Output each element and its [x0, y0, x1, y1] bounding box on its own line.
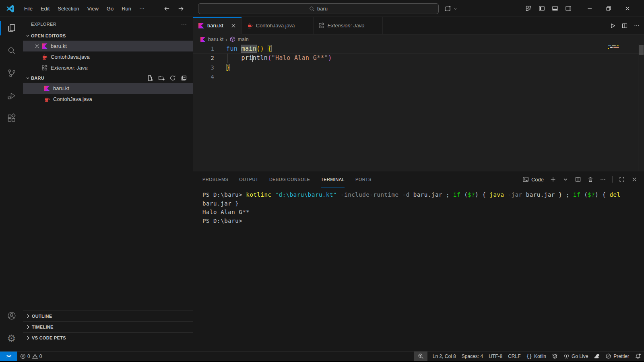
- activitybar-run-debug[interactable]: [0, 84, 23, 107]
- activitybar-explorer[interactable]: [0, 17, 23, 39]
- explorer-item-contohjava.java[interactable]: ContohJava.java: [23, 51, 193, 62]
- activitybar-accounts[interactable]: [0, 304, 23, 327]
- menu-item-go[interactable]: Go: [103, 4, 118, 13]
- panel-tab-terminal[interactable]: TERMINAL: [321, 171, 345, 187]
- split-editor-icon[interactable]: [621, 23, 628, 29]
- status-label: Ln 2, Col 8: [433, 354, 456, 359]
- activitybar-search[interactable]: [0, 39, 23, 62]
- menu-item-file[interactable]: File: [20, 4, 37, 13]
- sidebar-explorer: EXPLORER OPEN EDITORS baru.ktContohJava.…: [23, 17, 193, 351]
- customize-layout-icon[interactable]: [525, 5, 532, 12]
- close-icon[interactable]: [33, 43, 41, 49]
- status-notifications[interactable]: [632, 352, 644, 361]
- breadcrumb-label: main: [238, 37, 249, 42]
- split-terminal-icon[interactable]: [575, 176, 581, 183]
- activitybar-source-control[interactable]: [0, 62, 23, 84]
- launch-profile-chevron-icon[interactable]: [562, 176, 569, 183]
- section-timeline[interactable]: TIMELINE: [23, 321, 193, 332]
- status-zoom-indicator[interactable]: [414, 352, 427, 361]
- window-minimize-button[interactable]: [580, 0, 599, 17]
- toggle-primary-sidebar-icon[interactable]: [539, 5, 545, 12]
- nav-back-icon[interactable]: [163, 5, 171, 12]
- breadcrumb[interactable]: baru.kt›main: [193, 35, 644, 44]
- toggle-secondary-sidebar-icon[interactable]: [565, 5, 572, 12]
- new-file-icon[interactable]: [147, 75, 153, 81]
- run-icon[interactable]: [609, 23, 616, 29]
- window-restore-button[interactable]: [599, 0, 618, 17]
- status-label: Go Live: [572, 354, 588, 359]
- new-folder-icon[interactable]: [158, 75, 165, 81]
- tab-baru.kt[interactable]: baru.kt: [193, 17, 242, 35]
- error-count: 0: [27, 354, 30, 359]
- code-line-2[interactable]: 2 println("Halo Alan G**"): [193, 53, 644, 63]
- breadcrumb-baru.kt[interactable]: baru.kt: [200, 36, 223, 43]
- menu-item-view[interactable]: View: [83, 4, 103, 13]
- kill-terminal-icon[interactable]: [587, 176, 594, 183]
- tab-extension-java[interactable]: Extension: Java: [314, 17, 383, 34]
- breadcrumb-label: baru.kt: [208, 37, 223, 42]
- toggle-panel-icon[interactable]: [552, 5, 558, 12]
- section-outline[interactable]: OUTLINE: [23, 311, 193, 321]
- more-icon[interactable]: [634, 23, 640, 29]
- status-go-live[interactable]: Go Live: [561, 352, 591, 361]
- status-prettier[interactable]: Prettier: [603, 352, 632, 361]
- menu-item-selection[interactable]: Selection: [54, 4, 83, 13]
- activitybar-extensions[interactable]: [0, 107, 23, 130]
- symbol-method-icon: [229, 36, 236, 43]
- status-eol[interactable]: CRLF: [505, 352, 523, 361]
- breadcrumb-main[interactable]: main: [229, 36, 249, 43]
- status-vscode-pets[interactable]: [549, 352, 561, 361]
- code-editor[interactable]: 1fun main() {2 println("Halo Alan G**")3…: [193, 44, 644, 171]
- code-line-3[interactable]: 3}: [193, 63, 644, 72]
- menu-item-edit[interactable]: Edit: [37, 4, 54, 13]
- line-number: 2: [193, 53, 214, 63]
- vscode-window: FileEditSelectionViewGoRun⋯ baru: [0, 0, 644, 361]
- code-line-4[interactable]: 4: [193, 72, 644, 82]
- status-cursor-position[interactable]: Ln 2, Col 8: [430, 352, 459, 361]
- panel-tab-ports[interactable]: PORTS: [355, 171, 372, 187]
- status-encoding[interactable]: UTF-8: [486, 352, 505, 361]
- broadcast-icon: [564, 353, 570, 359]
- nav-forward-icon[interactable]: [177, 5, 185, 12]
- menu-item-[interactable]: ⋯: [135, 4, 149, 13]
- activitybar-settings[interactable]: ⚙: [0, 327, 23, 350]
- status-pet-squirrel[interactable]: [591, 352, 603, 361]
- maximize-panel-icon[interactable]: [619, 176, 625, 183]
- more-icon[interactable]: [600, 176, 606, 183]
- remote-indicator[interactable]: ><: [0, 352, 17, 361]
- panel-tab-debug-console[interactable]: DEBUG CONSOLE: [269, 171, 310, 187]
- refresh-icon[interactable]: [169, 75, 176, 81]
- chevron-down-icon: [453, 6, 458, 11]
- minimap[interactable]: [606, 44, 638, 171]
- window-close-button[interactable]: [618, 0, 637, 17]
- sidebar-title: EXPLORER: [31, 22, 56, 27]
- section-folder-baru[interactable]: BARU: [23, 73, 193, 83]
- section-vs-code-pets[interactable]: VS CODE PETS: [23, 332, 193, 343]
- terminal-line: PS D:\baru>: [202, 217, 636, 226]
- status-indentation[interactable]: Spaces: 4: [459, 352, 486, 361]
- panel-tab-problems[interactable]: PROBLEMS: [202, 171, 228, 187]
- status-language-kotlin[interactable]: {}Kotlin: [523, 352, 549, 361]
- new-terminal-icon[interactable]: [550, 176, 556, 183]
- section-open-editors[interactable]: OPEN EDITORS: [23, 31, 193, 41]
- code-line-1[interactable]: 1fun main() {: [193, 44, 644, 53]
- command-center-search[interactable]: baru: [198, 3, 439, 14]
- collapse-all-icon[interactable]: [181, 75, 187, 81]
- tab-contohjava.java[interactable]: ContohJava.java: [242, 17, 314, 34]
- editor-scrollbar[interactable]: [638, 44, 644, 171]
- close-icon[interactable]: [230, 23, 237, 29]
- explorer-item-contohjava.java[interactable]: ContohJava.java: [23, 94, 193, 105]
- copilot-button[interactable]: [444, 3, 458, 14]
- problems-status[interactable]: 0 0: [17, 352, 45, 361]
- terminal[interactable]: PS D:\baru> kotlinc "d:\baru\baru.kt" -i…: [202, 191, 636, 351]
- tab-label: Extension: Java: [328, 23, 365, 29]
- menu-item-run[interactable]: Run: [118, 4, 135, 13]
- panel-tab-output[interactable]: OUTPUT: [239, 171, 258, 187]
- explorer-item-baru.kt[interactable]: baru.kt: [23, 83, 193, 94]
- terminal-instance-code[interactable]: Code: [522, 176, 544, 183]
- kotlin-icon: [200, 36, 206, 43]
- explorer-item-baru.kt[interactable]: baru.kt: [23, 41, 193, 51]
- close-panel-icon[interactable]: [631, 176, 638, 183]
- explorer-more-actions-icon[interactable]: [181, 21, 187, 27]
- explorer-item-extension-java[interactable]: Extension: Java: [23, 62, 193, 73]
